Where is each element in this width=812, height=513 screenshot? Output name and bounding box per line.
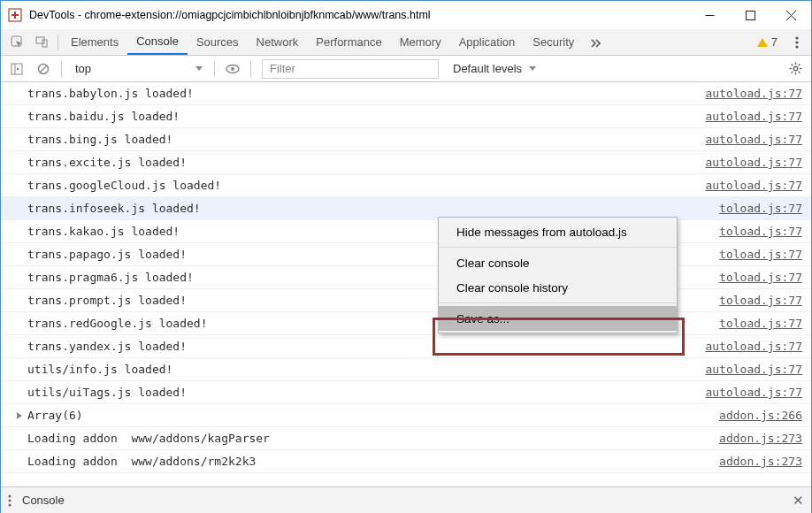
- log-message: trans.excite.js loaded!: [27, 156, 705, 169]
- kebab-menu-icon[interactable]: [786, 29, 808, 56]
- separator: [214, 61, 215, 77]
- log-row[interactable]: [1, 473, 811, 484]
- more-tabs-icon[interactable]: [583, 29, 608, 56]
- log-row[interactable]: trans.excite.js loaded!autoload.js:77: [1, 151, 811, 174]
- tab-console[interactable]: Console: [127, 29, 188, 55]
- log-row[interactable]: trans.prompt.js loaded!toload.js:77: [1, 289, 811, 312]
- log-source-link[interactable]: addon.js:273: [719, 432, 802, 445]
- svg-point-28: [9, 494, 11, 497]
- context-menu: Hide messages from autoload.js Clear con…: [438, 217, 678, 333]
- log-message: utils/info.js loaded!: [27, 363, 705, 376]
- log-source-link[interactable]: addon.js:273: [719, 455, 802, 468]
- chevron-down-icon: [529, 66, 536, 71]
- window-titlebar: DevTools - chrome-extension://omiagpcjci…: [1, 1, 811, 29]
- log-source-link[interactable]: autoload.js:77: [705, 133, 802, 146]
- tab-memory[interactable]: Memory: [391, 29, 450, 55]
- log-row[interactable]: trans.kakao.js loaded!toload.js:77: [1, 220, 811, 243]
- log-message: Array(6): [27, 409, 719, 422]
- settings-gear-icon[interactable]: [783, 57, 808, 81]
- device-mode-icon[interactable]: [29, 29, 54, 56]
- drawer-label[interactable]: Console: [22, 494, 65, 507]
- log-source-link[interactable]: autoload.js:77: [705, 156, 802, 169]
- log-source-link[interactable]: addon.js:266: [719, 409, 802, 422]
- log-row[interactable]: trans.googleCloud.js loaded!autoload.js:…: [1, 174, 811, 197]
- log-source-link[interactable]: toload.js:77: [719, 271, 802, 284]
- expand-icon[interactable]: [17, 412, 22, 419]
- ctx-hide-messages[interactable]: Hide messages from autoload.js: [439, 219, 677, 244]
- svg-point-29: [9, 499, 11, 502]
- console-toolbar: top Filter Default levels: [1, 56, 811, 82]
- console-log[interactable]: trans.babylon.js loaded!autoload.js:77tr…: [1, 82, 811, 484]
- ctx-save-as[interactable]: Save as...: [439, 306, 677, 331]
- log-message: trans.yandex.js loaded!: [27, 340, 705, 353]
- clear-console-icon[interactable]: [31, 57, 56, 81]
- log-source-link[interactable]: autoload.js:77: [705, 386, 802, 399]
- log-source-link[interactable]: autoload.js:77: [705, 110, 802, 123]
- svg-line-25: [798, 72, 800, 73]
- close-button[interactable]: [770, 1, 811, 29]
- warning-icon: [757, 38, 768, 47]
- log-row[interactable]: utils/info.js loaded!autoload.js:77: [1, 358, 811, 381]
- inspect-icon[interactable]: [4, 29, 29, 56]
- separator: [439, 247, 677, 248]
- chevron-down-icon: [195, 66, 203, 71]
- log-source-link[interactable]: toload.js:77: [719, 294, 802, 307]
- tab-application[interactable]: Application: [450, 29, 525, 55]
- maximize-button[interactable]: [730, 1, 770, 29]
- log-source-link[interactable]: autoload.js:77: [705, 87, 802, 100]
- log-row[interactable]: trans.babylon.js loaded!autoload.js:77: [1, 82, 811, 105]
- log-row[interactable]: trans.infoseek.js loaded!toload.js:77: [1, 197, 811, 220]
- context-selector[interactable]: top: [67, 59, 209, 79]
- log-message: trans.babylon.js loaded!: [27, 87, 705, 100]
- tab-elements[interactable]: Elements: [62, 29, 127, 55]
- log-row[interactable]: trans.pragma6.js loaded!toload.js:77: [1, 266, 811, 289]
- log-row[interactable]: Loading addon www/addons/kagParseraddon.…: [1, 427, 811, 450]
- tab-performance[interactable]: Performance: [307, 29, 390, 55]
- kebab-icon[interactable]: [8, 494, 11, 507]
- svg-point-10: [795, 36, 798, 39]
- log-row[interactable]: utils/uiTags.js loaded!autoload.js:77: [1, 381, 811, 404]
- log-source-link[interactable]: autoload.js:77: [705, 363, 802, 376]
- minimize-button[interactable]: [689, 1, 730, 29]
- log-row[interactable]: trans.baidu.js loaded!autoload.js:77: [1, 105, 811, 128]
- svg-point-12: [795, 45, 798, 48]
- log-row[interactable]: trans.papago.js loaded!toload.js:77: [1, 243, 811, 266]
- log-row[interactable]: Array(6)addon.js:266: [1, 404, 811, 427]
- drawer: Console ✕: [1, 486, 811, 513]
- sidebar-toggle-icon[interactable]: [4, 57, 29, 81]
- log-source-link[interactable]: toload.js:77: [719, 225, 802, 238]
- log-row[interactable]: Loading addon www/addons/rm2k2k3addon.js…: [1, 450, 811, 473]
- separator: [61, 61, 62, 77]
- svg-line-27: [791, 72, 793, 73]
- warn-count[interactable]: 7: [748, 35, 786, 49]
- svg-rect-4: [746, 11, 755, 19]
- log-source-link[interactable]: autoload.js:77: [705, 179, 802, 192]
- close-icon[interactable]: ✕: [793, 493, 804, 509]
- log-message: [27, 478, 802, 484]
- svg-line-26: [798, 65, 800, 66]
- svg-point-30: [9, 503, 11, 506]
- ctx-clear-console[interactable]: Clear console: [439, 250, 677, 275]
- window-title: DevTools - chrome-extension://omiagpcjci…: [29, 9, 689, 21]
- log-message: Loading addon www/addons/kagParser: [27, 432, 719, 445]
- log-source-link[interactable]: autoload.js:77: [705, 340, 802, 353]
- tab-network[interactable]: Network: [248, 29, 308, 55]
- log-message: trans.baidu.js loaded!: [27, 110, 705, 123]
- log-levels-selector[interactable]: Default levels: [446, 59, 541, 79]
- tab-sources[interactable]: Sources: [188, 29, 248, 55]
- separator: [439, 302, 677, 303]
- log-source-link[interactable]: toload.js:77: [719, 317, 802, 330]
- log-row[interactable]: trans.yandex.js loaded!autoload.js:77: [1, 335, 811, 358]
- log-row[interactable]: trans.redGoogle.js loaded!toload.js:77: [1, 312, 811, 335]
- log-row[interactable]: trans.bing.js loaded!autoload.js:77: [1, 128, 811, 151]
- log-message: trans.bing.js loaded!: [27, 133, 705, 146]
- log-source-link[interactable]: toload.js:77: [719, 202, 802, 215]
- live-expression-icon[interactable]: [220, 57, 245, 81]
- filter-input[interactable]: Filter: [262, 59, 439, 79]
- panel-tabs: Elements Console Sources Network Perform…: [1, 29, 811, 56]
- ctx-clear-history[interactable]: Clear console history: [439, 275, 677, 300]
- log-source-link[interactable]: toload.js:77: [719, 248, 802, 261]
- svg-point-19: [793, 66, 797, 70]
- tab-security[interactable]: Security: [524, 29, 583, 55]
- svg-line-24: [791, 65, 793, 66]
